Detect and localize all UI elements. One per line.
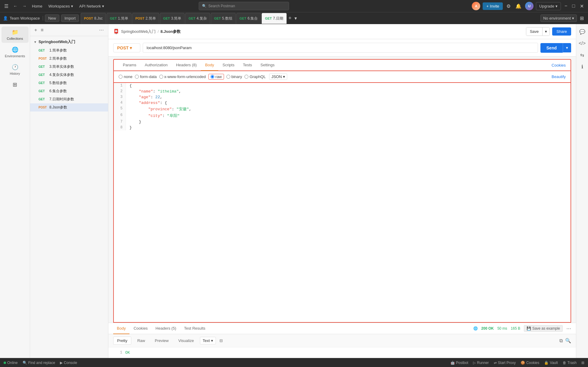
list-item[interactable]: POST 8.Json参数 <box>30 103 108 111</box>
tab-add-button[interactable]: + <box>287 14 293 23</box>
resp-tab-body[interactable]: Body <box>113 323 129 334</box>
filter-icon[interactable]: ≡ <box>40 27 44 33</box>
console-item[interactable]: ▶ Console <box>60 361 77 365</box>
comments-icon[interactable]: 💬 <box>577 27 588 37</box>
tab-body[interactable]: Body <box>201 60 218 71</box>
tab-get-7[interactable]: GET 7.日期 <box>262 13 287 24</box>
resp-filter-icon[interactable]: ⊟ <box>219 338 223 343</box>
resp-format-select[interactable]: Text ▾ <box>200 337 216 344</box>
upgrade-button[interactable]: Upgrade ▾ <box>536 2 561 10</box>
tab-get-5[interactable]: GET 5.数组 <box>211 13 236 24</box>
send-arrow-button[interactable]: ▾ <box>563 43 571 52</box>
save-arrow-button[interactable]: ▾ <box>542 27 549 36</box>
method-select[interactable]: POST ▾ <box>113 43 140 52</box>
save-example-button[interactable]: 💾 Save as example <box>524 325 563 332</box>
list-item[interactable]: GET 4.复杂实体参数 <box>30 71 108 79</box>
radio-urlencoded-input[interactable] <box>159 75 163 79</box>
resp-tab-cookies[interactable]: Cookies <box>130 323 151 334</box>
add-collection-icon[interactable]: + <box>34 27 38 33</box>
radio-graphql[interactable]: GraphQL <box>244 74 266 79</box>
hamburger-icon[interactable]: ☰ <box>3 2 10 10</box>
resp-body-pretty[interactable]: Pretty <box>113 337 131 345</box>
breadcrumb-parent[interactable]: SpringbootWeb入门 <box>121 29 156 34</box>
avatar-left[interactable]: A <box>472 2 480 10</box>
forward-arrow-icon[interactable]: → <box>21 2 28 10</box>
close-icon[interactable]: ✕ <box>579 2 585 10</box>
search-response-icon[interactable]: 🔍 <box>565 338 571 343</box>
start-proxy-item[interactable]: ⇌ Start Proxy <box>494 361 516 365</box>
trash-item[interactable]: 🗑 Trash <box>563 361 577 365</box>
back-arrow-icon[interactable]: ← <box>12 2 19 10</box>
resp-tab-headers[interactable]: Headers (5) <box>152 323 180 334</box>
beautify-button[interactable]: Beautify <box>552 74 566 79</box>
invite-button[interactable]: + Invite <box>483 2 503 10</box>
tab-post-jsc[interactable]: POST 8.Jsc <box>81 13 106 24</box>
radio-raw-input[interactable] <box>210 75 214 79</box>
list-item[interactable]: POST 2.简单参数 <box>30 55 108 63</box>
cookies-link[interactable]: Cookies <box>552 60 566 71</box>
code-icon[interactable]: </> <box>576 38 588 49</box>
radio-binary[interactable]: binary <box>226 74 242 79</box>
radio-urlencoded[interactable]: x-www-form-urlencoded <box>159 74 206 79</box>
list-item[interactable]: GET 5.数组参数 <box>30 79 108 87</box>
response-more-icon[interactable]: ⋯ <box>566 326 571 331</box>
tab-tests[interactable]: Tests <box>239 60 256 71</box>
tab-authorization[interactable]: Authorization <box>141 60 172 71</box>
radio-none-input[interactable] <box>119 75 123 79</box>
collection-parent[interactable]: ▼ SpringbootWeb入门 <box>30 37 108 46</box>
resp-body-visualize[interactable]: Visualize <box>175 337 198 344</box>
workspaces-nav[interactable]: Workspaces ▾ <box>47 3 75 10</box>
maximize-icon[interactable]: □ <box>571 2 576 10</box>
tab-get-4[interactable]: GET 4.复杂 <box>185 13 210 24</box>
find-replace-item[interactable]: 🔍 Find and replace <box>23 361 55 365</box>
share-button[interactable]: Share <box>552 27 571 36</box>
resp-body-preview[interactable]: Preview <box>151 337 172 344</box>
send-button[interactable]: Send <box>540 43 563 53</box>
avatar-right[interactable]: U <box>525 2 534 10</box>
online-status[interactable]: Online <box>4 361 18 365</box>
sidebar-item-environments[interactable]: 🌐 Environments <box>2 44 29 60</box>
radio-none[interactable]: none <box>119 74 132 79</box>
runner-item[interactable]: ▷ Runner <box>473 361 489 365</box>
sidebar-item-history[interactable]: 🕐 History <box>2 61 29 78</box>
radio-raw[interactable]: raw <box>208 74 224 80</box>
json-format-select[interactable]: JSON ▾ <box>269 74 287 80</box>
new-button[interactable]: New <box>45 14 59 22</box>
save-button[interactable]: Save <box>526 27 543 36</box>
copy-icon[interactable]: ⧉ <box>559 338 563 343</box>
list-item[interactable]: GET 3.简单实体参数 <box>30 63 108 71</box>
cookies-status-item[interactable]: 🍪 Cookies <box>521 361 539 365</box>
resp-body-raw[interactable]: Raw <box>134 337 149 344</box>
url-input[interactable] <box>143 43 538 53</box>
list-item[interactable]: GET 7.日期时间参数 <box>30 95 108 103</box>
list-item[interactable]: GET 6.集合参数 <box>30 87 108 95</box>
minimize-icon[interactable]: − <box>563 2 568 10</box>
bell-icon[interactable]: 🔔 <box>514 2 523 10</box>
layout-icon[interactable]: ⊞ <box>579 14 585 22</box>
more-icon[interactable]: ⋯ <box>98 27 104 33</box>
settings-icon[interactable]: ⚙ <box>505 2 512 10</box>
radio-binary-input[interactable] <box>226 75 230 79</box>
import-button[interactable]: Import <box>61 14 79 22</box>
info-icon[interactable]: ℹ <box>579 61 586 72</box>
tab-params[interactable]: Params <box>119 60 141 71</box>
postbot-item[interactable]: 🤖 Postbot <box>450 361 468 365</box>
code-editor[interactable]: 1 { 2 "name": "itheima", 3 "age": 22, 4 … <box>113 83 571 323</box>
search-bar[interactable]: 🔍 Search Postman <box>199 2 289 10</box>
resp-tab-test-results[interactable]: Test Results <box>180 323 209 334</box>
vault-item[interactable]: 🔒 Vault <box>544 361 558 365</box>
tab-scripts[interactable]: Scripts <box>218 60 239 71</box>
radio-formdata-input[interactable] <box>135 75 139 79</box>
env-selector[interactable]: No environment ▾ <box>540 14 577 22</box>
tab-more-button[interactable]: ▾ <box>293 14 298 22</box>
resize-icon[interactable]: ⇆ <box>578 50 586 60</box>
api-network-nav[interactable]: API Network ▾ <box>77 3 106 10</box>
sidebar-item-collections[interactable]: 📁 Collections <box>2 27 29 43</box>
tab-get-3[interactable]: GET 3.简单 <box>160 13 185 24</box>
tab-get-6[interactable]: GET 6.集合 <box>236 13 261 24</box>
tab-settings[interactable]: Settings <box>256 60 279 71</box>
list-item[interactable]: GET 1.简单参数 <box>30 46 108 55</box>
home-nav[interactable]: Home <box>30 3 44 10</box>
tab-get-1[interactable]: GET 1.简单 <box>107 13 132 24</box>
radio-graphql-input[interactable] <box>244 75 248 79</box>
